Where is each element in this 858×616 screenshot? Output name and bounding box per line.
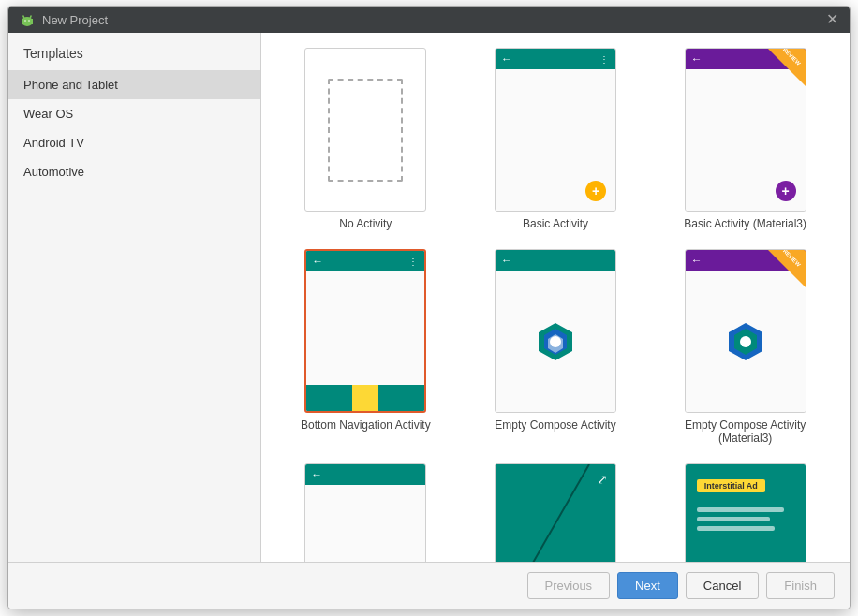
template-no-activity[interactable]: No Activity xyxy=(276,44,455,234)
back-arrow-icon-bn: ← xyxy=(312,255,323,268)
svg-line-13 xyxy=(496,464,589,562)
back-arrow-icon-frag: ← xyxy=(311,468,322,481)
next-button[interactable]: Next xyxy=(617,572,678,599)
cancel-button[interactable]: Cancel xyxy=(686,572,759,599)
template-basic-m3[interactable]: ← + PREVIEW Basic Activity (Material3) xyxy=(656,44,835,234)
svg-point-5 xyxy=(28,20,30,22)
template-fullscreen[interactable]: ⤢ xyxy=(466,460,645,562)
svg-point-9 xyxy=(550,336,561,347)
title-bar: New Project ✕ xyxy=(8,7,850,33)
template-preview-interstitial: Interstitial Ad xyxy=(685,463,806,562)
templates-grid: No Activity ← ⋮ + xyxy=(276,44,835,562)
back-arrow-icon-m3: ← xyxy=(691,52,703,66)
nav-item-2-active xyxy=(352,385,378,411)
template-preview-basic: ← ⋮ + xyxy=(495,48,616,212)
svg-line-2 xyxy=(23,16,24,19)
sidebar-item-phone-tablet[interactable]: Phone and Tablet xyxy=(8,70,260,99)
template-compose-m3[interactable]: ← PREVIEW xyxy=(656,245,835,448)
new-project-dialog: New Project ✕ Templates Phone and Tablet… xyxy=(7,6,851,609)
template-interstitial[interactable]: Interstitial Ad Interstitial Ad xyxy=(656,460,835,562)
ad-badge: Interstitial Ad xyxy=(697,479,765,492)
menu-dots-icon: ⋮ xyxy=(599,54,610,65)
fullscreen-icon: ⤢ xyxy=(597,472,608,487)
template-label-basic: Basic Activity xyxy=(523,217,588,230)
template-label-compose-m3: Empty Compose Activity (Material3) xyxy=(659,418,831,445)
template-label-compose: Empty Compose Activity xyxy=(495,418,615,432)
template-label-basic-m3: Basic Activity (Material3) xyxy=(684,217,806,230)
fab-icon-m3: + xyxy=(776,181,796,201)
menu-dots-icon-bn: ⋮ xyxy=(408,257,419,267)
template-bottom-nav[interactable]: ← ⋮ Bottom Nav xyxy=(276,245,455,448)
title-left: New Project xyxy=(20,12,108,27)
sidebar-item-android-tv[interactable]: Android TV xyxy=(8,128,260,157)
main-content: No Activity ← ⋮ + xyxy=(261,33,850,562)
sidebar-section-title: Templates xyxy=(8,40,260,70)
template-basic-activity[interactable]: ← ⋮ + Basic Activity xyxy=(466,44,645,234)
back-arrow-icon: ← xyxy=(501,52,512,66)
sidebar: Templates Phone and Tablet Wear OS Andro… xyxy=(8,33,261,562)
compose-hex-icon xyxy=(533,319,578,364)
template-empty-compose[interactable]: ← xyxy=(466,245,645,448)
compose-hex-icon-m3 xyxy=(723,319,768,364)
svg-point-4 xyxy=(24,20,26,22)
svg-rect-1 xyxy=(22,19,33,24)
fab-icon: + xyxy=(585,181,606,201)
close-button[interactable]: ✕ xyxy=(826,12,838,27)
dashed-rect xyxy=(328,79,403,182)
template-preview-bottom-nav: ← ⋮ xyxy=(304,249,426,413)
dialog-footer: Previous Next Cancel Finish xyxy=(8,562,850,609)
sidebar-item-automotive[interactable]: Automotive xyxy=(8,157,260,186)
sidebar-item-wear-os[interactable]: Wear OS xyxy=(8,99,260,128)
dialog-body: Templates Phone and Tablet Wear OS Andro… xyxy=(8,33,850,562)
finish-button[interactable]: Finish xyxy=(766,572,835,599)
android-logo-icon xyxy=(20,12,35,27)
previous-button[interactable]: Previous xyxy=(527,572,611,599)
back-arrow-icon-ec: ← xyxy=(501,254,512,267)
template-preview-compose: ← xyxy=(495,249,616,413)
back-arrow-icon-cm3: ← xyxy=(691,254,703,267)
template-fragment[interactable]: ← xyxy=(276,460,455,562)
svg-line-3 xyxy=(30,16,31,19)
template-preview-compose-m3: ← PREVIEW xyxy=(685,249,806,413)
svg-point-12 xyxy=(740,336,751,347)
template-preview-basic-m3: ← + PREVIEW xyxy=(685,48,806,212)
dialog-title: New Project xyxy=(42,13,108,27)
template-preview-no-activity xyxy=(304,48,426,212)
nav-item-1 xyxy=(313,385,339,411)
template-preview-fullscreen: ⤢ xyxy=(495,463,616,562)
nav-item-3 xyxy=(392,385,418,411)
template-label-bottom-nav: Bottom Navigation Activity xyxy=(301,418,431,432)
template-preview-fragment: ← xyxy=(304,463,426,562)
template-label-no-activity: No Activity xyxy=(339,217,392,230)
